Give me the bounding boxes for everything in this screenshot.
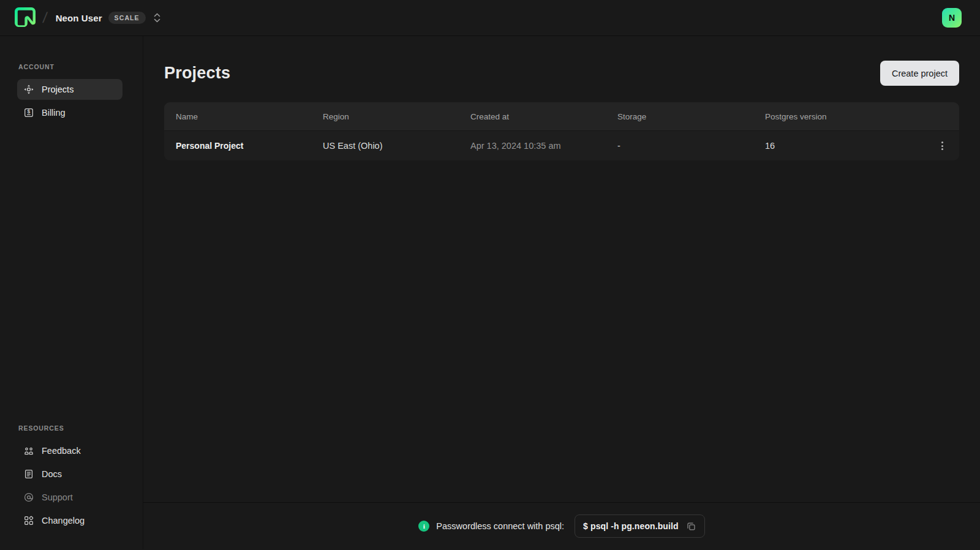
column-header-name: Name — [176, 112, 323, 121]
table-row-personal-project[interactable]: Personal Project US East (Ohio) Apr 13, … — [164, 130, 959, 160]
billing-dollar-icon: $ — [23, 107, 34, 118]
copy-icon[interactable] — [686, 521, 696, 532]
projects-table: Name Region Created at Storage Postgres … — [164, 102, 959, 160]
project-created-at-cell: Apr 13, 2024 10:35 am — [470, 141, 617, 151]
project-postgres-version-cell: 16 — [765, 141, 926, 151]
column-header-region: Region — [323, 112, 470, 121]
sidebar-section-account: ACCOUNT — [18, 63, 126, 70]
projects-compass-icon — [23, 84, 34, 95]
avatar[interactable]: N — [942, 8, 962, 28]
project-storage-cell: - — [617, 141, 765, 151]
create-project-button[interactable]: Create project — [880, 61, 959, 86]
sidebar: ACCOUNT Projects — [0, 36, 143, 549]
psql-connect-footer: i Passwordless connect with psql: $ psql… — [143, 502, 980, 549]
column-header-storage: Storage — [617, 112, 765, 121]
topbar: / Neon User SCALE N — [0, 0, 980, 36]
project-name-cell[interactable]: Personal Project — [176, 141, 323, 151]
sidebar-item-label: Feedback — [42, 446, 81, 456]
neon-logo-icon[interactable] — [15, 7, 36, 28]
sidebar-item-label: Support — [42, 492, 73, 502]
feedback-people-icon — [23, 445, 34, 456]
breadcrumb-slash: / — [42, 9, 48, 26]
info-icon: i — [418, 521, 429, 532]
psql-command-box[interactable]: $ psql -h pg.neon.build — [575, 514, 705, 538]
kebab-menu-icon[interactable] — [933, 137, 951, 154]
table-header-row: Name Region Created at Storage Postgres … — [164, 102, 959, 130]
sidebar-item-billing[interactable]: $ Billing — [17, 102, 123, 123]
sidebar-item-projects[interactable]: Projects — [17, 79, 123, 100]
org-name[interactable]: Neon User — [56, 13, 102, 23]
column-header-created-at: Created at — [470, 112, 617, 121]
main-content: Projects Create project Name Region Crea… — [143, 36, 980, 549]
sidebar-item-support[interactable]: Support — [17, 487, 123, 508]
psql-connect-label: Passwordless connect with psql: — [436, 521, 564, 531]
docs-document-icon — [23, 469, 34, 480]
sidebar-item-label: Billing — [42, 108, 66, 118]
chevron-up-down-icon[interactable] — [153, 12, 161, 24]
changelog-grid-icon — [23, 515, 34, 526]
plan-badge: SCALE — [108, 12, 146, 24]
project-region-cell: US East (Ohio) — [323, 141, 470, 151]
sidebar-item-label: Projects — [42, 85, 74, 94]
sidebar-section-resources: RESOURCES — [18, 424, 126, 432]
sidebar-item-label: Changelog — [42, 516, 85, 526]
column-header-postgres-version: Postgres version — [765, 112, 926, 121]
sidebar-item-feedback[interactable]: Feedback — [17, 440, 123, 461]
sidebar-item-label: Docs — [42, 469, 62, 479]
support-at-icon — [23, 492, 34, 503]
sidebar-item-changelog[interactable]: Changelog — [17, 510, 123, 531]
page-title: Projects — [164, 64, 230, 83]
svg-text:$: $ — [28, 108, 31, 115]
sidebar-item-docs[interactable]: Docs — [17, 464, 123, 484]
psql-command-text: $ psql -h pg.neon.build — [583, 521, 679, 531]
